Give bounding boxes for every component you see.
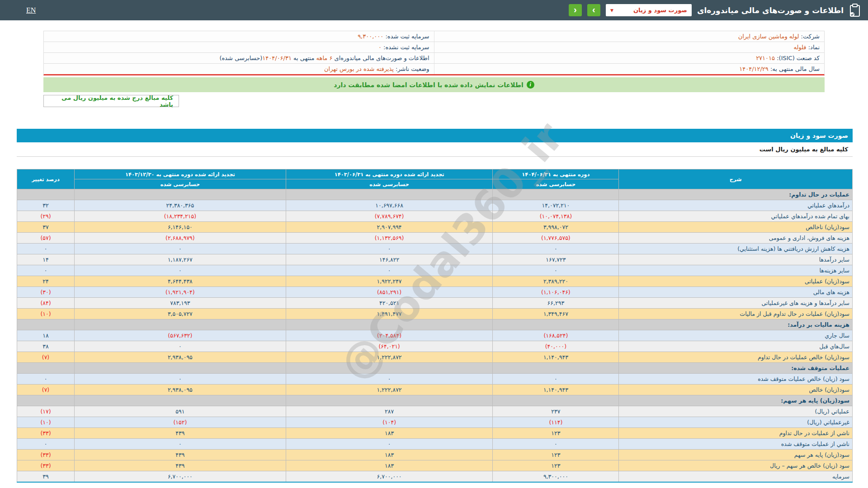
value-period-1403-06: (۱,۱۳۲,۵۶۹)	[286, 233, 493, 244]
table-row: سود(زیان) ناخالص۳,۹۹۸,۰۷۲۲,۹۰۷,۹۹۴۶,۱۴۶,…	[17, 222, 853, 233]
signature-match-banner: i اطلاعات نمایش داده شده با اطلاعات امضا…	[43, 77, 825, 92]
company-info-panel: شرکت: لوله وماشین سازی ایران سرمایه ثبت …	[43, 31, 825, 75]
fiscal-year-label: سال مالی منتهی به:	[770, 66, 820, 72]
value-period-1403-12	[75, 363, 286, 374]
value-period-1404-06: ۰	[493, 439, 619, 450]
value-period-1403-06: ۰	[286, 439, 493, 450]
english-language-link[interactable]: EN	[26, 6, 36, 14]
table-row: سایر درآمدها و هزینه های غیرعملیاتی۶۶,۲۹…	[17, 298, 853, 309]
registered-capital-value: ۹,۳۰۰,۰۰۰	[358, 33, 383, 40]
table-row: عملیات متوقف شده:	[17, 363, 853, 374]
value-period-1404-06: ۳,۹۹۸,۰۷۲	[493, 222, 619, 233]
table-row: ناشي از عملیات در حال تداوم۱۲۳۱۸۳۴۳۹(۳۳)	[17, 428, 853, 439]
value-period-1403-06: (۸۵۱,۲۹۱)	[286, 287, 493, 298]
row-label: هزینه های فروش، اداری و عمومی	[619, 233, 853, 244]
value-period-1403-12: (۲,۶۸۸,۹۷۹)	[75, 233, 286, 244]
value-period-1403-12: ۰	[75, 265, 286, 276]
value-period-1403-06: ۰	[286, 244, 493, 254]
row-label: سود (زیان) خالص هر سهم – ریال	[619, 460, 853, 471]
percent-change: ۰	[17, 265, 75, 276]
page: اطلاعات و صورت‌های مالی میاندوره‌ای صورت…	[0, 0, 868, 488]
percent-change: (۳۳)	[17, 460, 75, 471]
percent-change	[17, 395, 75, 406]
ticker-label: نماد:	[808, 44, 820, 51]
statement-type-value: صورت سود و زیان	[633, 7, 687, 14]
percent-change: ۰	[17, 439, 75, 450]
value-period-1403-12: ۲,۹۳۸,۰۹۵	[75, 352, 286, 363]
period-length: ۶ ماهه	[316, 55, 333, 61]
row-label: سود(زیان) خالص	[619, 385, 853, 395]
row-label: عملیات در حال تداوم:	[619, 189, 853, 200]
percent-change: (۳۳)	[17, 428, 75, 439]
value-period-1403-06: ۴۲۰,۵۲۱	[286, 298, 493, 309]
percent-change: (۵۷)	[17, 233, 75, 244]
row-label: سود(زیان) عملیات در حال تداوم قبل از مال…	[619, 309, 853, 319]
percent-change: (۳۰)	[17, 287, 75, 298]
next-statement-button[interactable]: ›	[587, 4, 600, 16]
table-row: سود(زیان) عملیات در حال تداوم قبل از مال…	[17, 309, 853, 319]
value-period-1403-12: (۵۶۷,۶۳۲)	[75, 330, 286, 341]
value-period-1403-06: ۱,۲۲۲,۸۷۲	[286, 385, 493, 395]
signature-match-text: اطلاعات نمایش داده شده با اطلاعات امضا ش…	[334, 81, 523, 89]
column-header-period-1404-06: دوره منتهی به ۱۴۰۴/۰۶/۳۱	[493, 169, 619, 179]
table-row: درآمدهاي عملياتي۱۴,۰۷۲,۲۱۰۱۰,۶۹۷,۶۶۸۲۴,۳…	[17, 200, 853, 211]
percent-change: (۳۳)	[17, 450, 75, 460]
row-label: سال‌هاي قبل	[619, 341, 853, 352]
page-title: اطلاعات و صورت‌های مالی میاندوره‌ای	[697, 6, 844, 15]
row-label: ناشي از عملیات در حال تداوم	[619, 428, 853, 439]
row-label: سود(زیان) پایه هر سهم	[619, 450, 853, 460]
statement-type-dropdown[interactable]: صورت سود و زیان ▼	[606, 4, 692, 16]
table-row: سود (زیان) خالص هر سهم – ریال۱۲۳۱۸۳۴۳۹(۳…	[17, 460, 853, 471]
table-row: هزینه مالیات بر درآمد:	[17, 319, 853, 330]
value-period-1403-06: (۱۰۴)	[286, 417, 493, 428]
percent-change: ۳۷	[17, 222, 75, 233]
statement-unit-note: کلیه مبالغ به میلیون ریال است	[17, 142, 853, 157]
percent-change	[17, 363, 75, 374]
percent-change: ۳۲	[17, 200, 75, 211]
value-period-1404-06	[493, 395, 619, 406]
fiscal-year-cell: سال مالی منتهی به: ۱۴۰۴/۱۲/۲۹	[434, 64, 824, 75]
unregistered-capital-label: سرمایه ثبت نشده:	[383, 44, 429, 51]
value-period-1403-12: (۱,۹۲۱,۹۰۴)	[75, 287, 286, 298]
info-row: کد صنعت (ISIC): ۲۷۱۰۱۵ اطلاعات و صورت‌ها…	[44, 53, 824, 64]
row-label: سود(زیان) عملیاتی	[619, 276, 853, 287]
value-period-1404-06: ۱,۳۴۹,۴۶۷	[493, 309, 619, 319]
table-row: سود(زیان) پایه هر سهم۱۲۳۱۸۳۴۳۹(۳۳)	[17, 450, 853, 460]
value-period-1404-06: (۱۰,۰۷۴,۱۳۸)	[493, 211, 619, 222]
column-header-period-1403-06: تجدید ارائه شده دوره منتهی به ۱۴۰۳/۰۶/۳۱	[286, 169, 493, 179]
value-period-1403-12: ۴۳۹	[75, 460, 286, 471]
percent-change: ۰	[17, 244, 75, 254]
issuer-status-label: وضعیت ناشر:	[396, 66, 429, 72]
statement-title-bar: صورت سود و زیان	[17, 129, 853, 142]
audited-label: حسابرسی شده	[493, 179, 619, 189]
value-period-1404-06: (۱۶۸,۵۲۴)	[493, 330, 619, 341]
value-period-1404-06: ۱۲۳	[493, 428, 619, 439]
value-period-1403-06: ۲,۹۰۷,۹۹۴	[286, 222, 493, 233]
income-statement-table: شرح دوره منتهی به ۱۴۰۴/۰۶/۳۱ تجدید ارائه…	[17, 169, 853, 483]
value-period-1403-12	[75, 319, 286, 330]
audited-label: حسابرسی شده	[75, 179, 286, 189]
value-period-1404-06: ۱,۱۴۰,۹۴۳	[493, 352, 619, 363]
table-row: سود(زیان) پایه هر سهم:	[17, 395, 853, 406]
row-label: سال جاري	[619, 330, 853, 341]
chevron-down-icon: ▼	[610, 8, 613, 13]
percent-change: ۲۴	[17, 276, 75, 287]
value-period-1404-06	[493, 363, 619, 374]
period-mid: منتهی به	[292, 55, 316, 61]
percent-change: (۱۰)	[17, 309, 75, 319]
prev-statement-button[interactable]: ‹	[569, 4, 582, 16]
column-header-percent-change: درصد تغییر	[17, 169, 75, 189]
value-period-1403-12: ۰	[75, 244, 286, 254]
percent-change: (۷)	[17, 385, 75, 395]
value-period-1403-12	[75, 189, 286, 200]
period-suffix: (حسابرسی شده)	[219, 55, 262, 61]
percent-change	[17, 189, 75, 200]
row-label: سایر درآمدها	[619, 254, 853, 265]
value-period-1403-06: ۶,۷۰۰,۰۰۰	[286, 471, 493, 483]
isic-value: ۲۷۱۰۱۵	[756, 55, 775, 61]
row-label: سایر درآمدها و هزینه های غیرعملیاتی	[619, 298, 853, 309]
table-row: سرمایه۹,۳۰۰,۰۰۰۶,۷۰۰,۰۰۰۶,۷۰۰,۰۰۰۳۹	[17, 471, 853, 483]
value-period-1403-12: (۱۸,۲۳۴,۲۱۵)	[75, 211, 286, 222]
info-icon: i	[527, 81, 534, 89]
percent-change: ۱۸	[17, 330, 75, 341]
